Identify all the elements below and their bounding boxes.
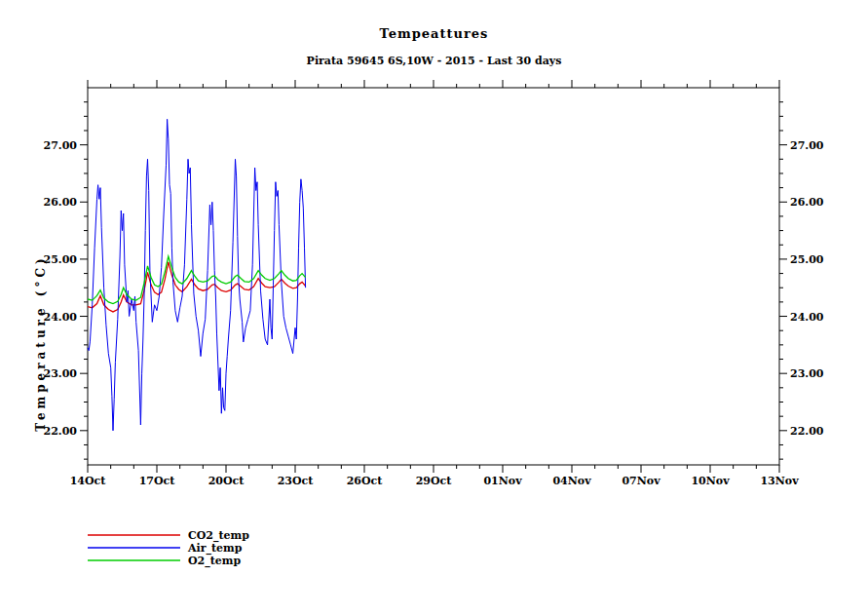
chart-subtitle: Pirata 59645 6S,10W - 2015 - Last 30 day… bbox=[0, 55, 868, 67]
x-tick-label: 07Nov bbox=[622, 475, 660, 487]
legend-label-air_temp: Air_temp bbox=[187, 542, 243, 556]
x-tick-label: 26Oct bbox=[347, 475, 384, 487]
y-axis-label: Temperature (°C) bbox=[34, 254, 48, 431]
y-tick-label-right: 25.00 bbox=[790, 253, 824, 266]
y-tick-label-right: 23.00 bbox=[790, 367, 824, 380]
y-tick-label-right: 26.00 bbox=[790, 196, 824, 209]
temperature-chart: Tempeattures Pirata 59645 6S,10W - 2015 … bbox=[0, 0, 868, 614]
x-tick-label: 04Nov bbox=[552, 475, 591, 487]
x-tick-label: 20Oct bbox=[208, 475, 245, 487]
y-tick-label-right: 24.00 bbox=[790, 311, 824, 324]
y-tick-label-left: 22.00 bbox=[44, 425, 78, 438]
chart-title: Tempeattures bbox=[0, 26, 868, 41]
x-tick-label: 10Nov bbox=[691, 475, 730, 487]
y-tick-label-left: 27.00 bbox=[44, 139, 78, 152]
x-tick-label: 13Nov bbox=[760, 475, 799, 487]
series-line-air_temp bbox=[88, 119, 306, 431]
x-tick-label: 29Oct bbox=[416, 475, 453, 487]
x-tick-label: 14Oct bbox=[70, 475, 107, 487]
y-tick-label-left: 23.00 bbox=[44, 367, 78, 380]
plot-border bbox=[88, 88, 779, 465]
y-tick-label-left: 25.00 bbox=[44, 253, 78, 266]
y-tick-label-right: 27.00 bbox=[790, 139, 824, 152]
plot-area: 22.0022.0023.0023.0024.0024.0025.0025.00… bbox=[0, 0, 868, 614]
x-tick-label: 01Nov bbox=[483, 475, 522, 487]
x-tick-label: 17Oct bbox=[139, 475, 176, 487]
y-tick-label-right: 22.00 bbox=[790, 425, 824, 438]
y-tick-label-left: 26.00 bbox=[44, 196, 78, 209]
y-tick-label-left: 24.00 bbox=[44, 311, 78, 324]
legend-label-co2_temp: CO2_temp bbox=[188, 529, 249, 543]
x-tick-label: 23Oct bbox=[278, 475, 315, 487]
legend-label-o2_temp: O2_temp bbox=[188, 555, 241, 568]
